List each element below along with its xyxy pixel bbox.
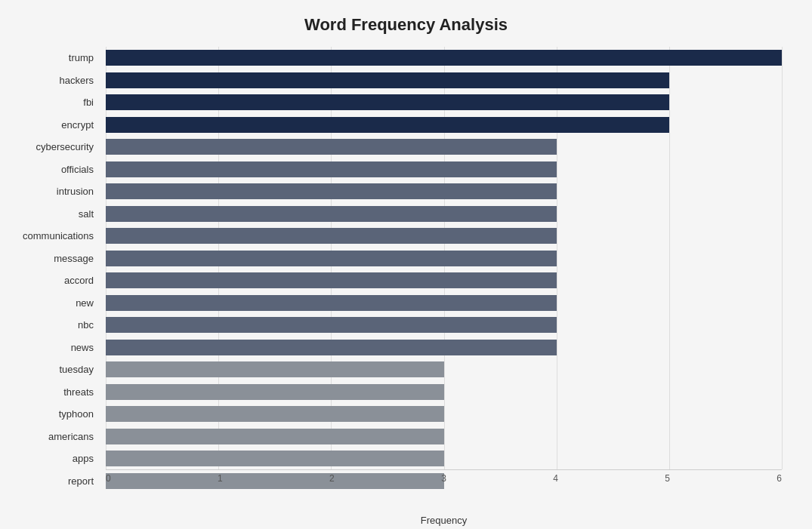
bar-row: typhoon	[106, 403, 782, 426]
bar-row: communications	[106, 225, 782, 248]
bar-track	[106, 295, 782, 311]
bar-row: americans	[106, 426, 782, 448]
bar-row: encrypt	[106, 114, 782, 137]
bar-row: news	[106, 337, 782, 359]
bar-fill	[106, 183, 557, 199]
x-tick: 1	[218, 473, 223, 484]
x-tick: 4	[553, 473, 558, 484]
bar-fill	[106, 94, 669, 110]
bar-track	[106, 340, 782, 355]
bar-label: salt	[2, 208, 100, 220]
gridline	[782, 47, 783, 469]
bar-label: intrusion	[2, 186, 100, 197]
bar-track	[106, 94, 782, 110]
bar-label: news	[2, 342, 100, 353]
bar-label: trump	[2, 52, 100, 63]
bar-fill	[106, 139, 557, 155]
bar-track	[106, 72, 782, 88]
bar-fill	[106, 384, 444, 400]
bar-label: nbc	[2, 319, 100, 331]
bar-label: americans	[2, 431, 100, 442]
bar-track	[106, 206, 782, 222]
chart-title: Word Frequency Analysis	[30, 15, 782, 35]
bar-fill	[106, 228, 557, 244]
bar-fill	[106, 117, 669, 133]
bar-row: tuesday	[106, 358, 782, 381]
bar-fill	[106, 72, 669, 88]
bar-row: officials	[106, 158, 782, 181]
x-axis: 0123456 Frequency	[106, 469, 782, 492]
bar-fill	[106, 361, 444, 377]
bar-track	[106, 429, 782, 444]
bar-row: hackers	[106, 69, 782, 92]
bars-wrapper: trumphackersfbiencryptcybersecurityoffic…	[106, 47, 782, 492]
bar-track	[106, 228, 782, 244]
bar-row: threats	[106, 381, 782, 404]
bar-fill	[106, 161, 557, 177]
bar-label: apps	[2, 453, 100, 464]
chart-area: trumphackersfbiencryptcybersecurityoffic…	[106, 47, 782, 492]
bar-fill	[106, 317, 557, 333]
bar-track	[106, 406, 782, 422]
bar-fill	[106, 406, 444, 422]
x-tick: 3	[441, 473, 446, 484]
bar-track	[106, 361, 782, 377]
bar-label: hackers	[2, 75, 100, 86]
bar-label: tuesday	[2, 364, 100, 375]
bar-label: report	[2, 475, 100, 487]
bar-label: message	[2, 253, 100, 264]
bar-fill	[106, 340, 557, 355]
bar-track	[106, 251, 782, 266]
bar-track	[106, 451, 782, 466]
bar-track	[106, 50, 782, 66]
bar-label: threats	[2, 386, 100, 398]
bar-track	[106, 183, 782, 199]
x-tick: 2	[329, 473, 335, 484]
bar-label: cybersecurity	[2, 141, 100, 152]
x-axis-label: Frequency	[421, 515, 467, 526]
bar-row: intrusion	[106, 180, 782, 203]
bar-row: message	[106, 248, 782, 270]
bar-label: officials	[2, 164, 100, 175]
bar-row: cybersecurity	[106, 136, 782, 158]
chart-container: Word Frequency Analysis trumphackersfbie…	[0, 0, 812, 529]
bar-track	[106, 161, 782, 177]
bar-label: accord	[2, 275, 100, 286]
x-tick: 0	[106, 473, 111, 484]
bar-row: fbi	[106, 91, 782, 114]
bar-track	[106, 139, 782, 155]
bar-label: typhoon	[2, 408, 100, 420]
bar-row: new	[106, 292, 782, 315]
bar-row: nbc	[106, 314, 782, 337]
x-tick: 5	[665, 473, 670, 484]
bar-row: accord	[106, 269, 782, 292]
bar-fill	[106, 50, 782, 66]
bar-fill	[106, 272, 557, 288]
bar-row: trump	[106, 47, 782, 69]
bar-track	[106, 272, 782, 288]
bar-label: communications	[2, 230, 100, 241]
bar-track	[106, 384, 782, 400]
bar-track	[106, 117, 782, 133]
x-tick: 6	[776, 473, 782, 484]
bar-row: apps	[106, 447, 782, 470]
bar-label: new	[2, 297, 100, 309]
bar-track	[106, 317, 782, 333]
bar-fill	[106, 429, 444, 444]
bar-label: encrypt	[2, 119, 100, 131]
bar-fill	[106, 451, 444, 466]
bar-fill	[106, 206, 557, 222]
bar-fill	[106, 295, 557, 311]
bar-label: fbi	[2, 97, 100, 108]
x-ticks: 0123456	[106, 470, 782, 484]
bar-row: salt	[106, 203, 782, 226]
bar-fill	[106, 251, 557, 266]
